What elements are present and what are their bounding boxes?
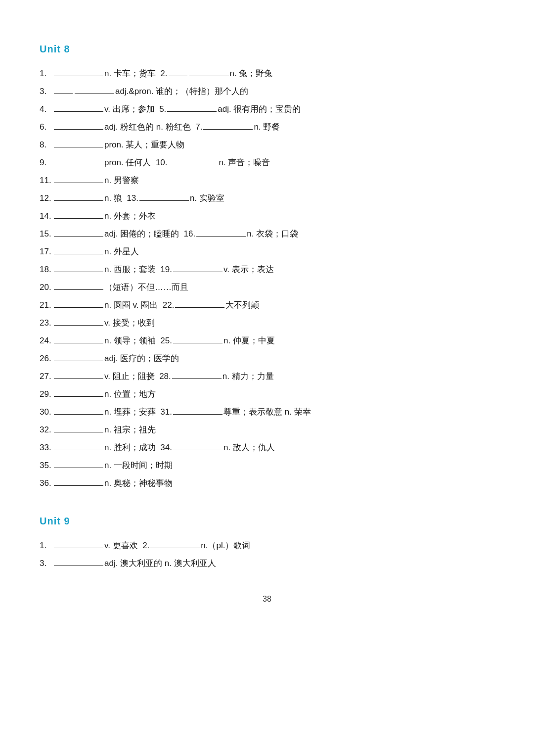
unit8-title: Unit 8 — [40, 40, 494, 58]
blank — [54, 173, 103, 183]
list-item: 29. n. 位置；地方 — [40, 386, 494, 403]
unit9-section: Unit 9 1. v. 更喜欢 2. n.（pl.）歌词 3. adj. 澳大… — [40, 512, 494, 572]
blank — [54, 458, 103, 468]
blank — [54, 191, 103, 201]
list-item: 8. pron. 某人；重要人物 — [40, 137, 494, 153]
list-item: 12. n. 狼 13. n. 实验室 — [40, 190, 494, 207]
list-item: 35. n. 一段时间；时期 — [40, 457, 494, 474]
blank — [54, 155, 103, 165]
list-item: 24. n. 领导；领袖 25. n. 仲夏；中夏 — [40, 332, 494, 349]
blank — [173, 262, 222, 272]
blank — [54, 244, 103, 254]
blank — [54, 102, 103, 112]
list-item: 1. v. 更喜欢 2. n.（pl.）歌词 — [40, 537, 494, 554]
list-item: 3. adj.&pron. 谁的；（特指）那个人的 — [40, 83, 494, 100]
page-number: 38 — [40, 592, 494, 607]
list-item: 21. n. 圆圈 v. 圈出 22. 大不列颠 — [40, 297, 494, 314]
blank — [173, 440, 222, 450]
blank — [54, 120, 103, 130]
blank — [75, 84, 114, 94]
blank — [54, 440, 103, 450]
list-item: 11. n. 男警察 — [40, 172, 494, 189]
blank — [54, 405, 103, 415]
list-item: 30. n. 埋葬；安葬 31. 尊重；表示敬意 n. 荣幸 — [40, 404, 494, 421]
blank — [54, 333, 103, 343]
list-item: 27. v. 阻止；阻挠 28. n. 精力；力量 — [40, 368, 494, 385]
list-item: 15. adj. 困倦的；瞌睡的 16. n. 衣袋；口袋 — [40, 226, 494, 242]
blank — [196, 227, 246, 236]
blank — [54, 262, 103, 272]
blank — [173, 333, 222, 343]
blank — [54, 280, 103, 290]
blank — [54, 84, 73, 94]
blank — [54, 556, 103, 566]
list-item: 33. n. 胜利；成功 34. n. 敌人；仇人 — [40, 439, 494, 456]
list-item: 23. v. 接受；收到 — [40, 315, 494, 331]
list-item: 32. n. 祖宗；祖先 — [40, 422, 494, 438]
blank — [139, 191, 189, 201]
blank — [167, 102, 217, 112]
blank — [54, 538, 103, 548]
blank — [203, 120, 253, 130]
list-item: 9. pron. 任何人 10. n. 声音；噪音 — [40, 154, 494, 171]
list-item: 26. adj. 医疗的；医学的 — [40, 350, 494, 367]
list-item: 17. n. 外星人 — [40, 243, 494, 260]
blank — [173, 405, 222, 415]
blank — [54, 316, 103, 326]
list-item: 1. n. 卡车；货车 2. n. 兔；野兔 — [40, 65, 494, 82]
blank — [150, 538, 200, 548]
list-item: 20. （短语）不但……而且 — [40, 279, 494, 296]
list-item: 18. n. 西服；套装 19. v. 表示；表达 — [40, 261, 494, 278]
blank — [54, 387, 103, 397]
list-item: 4. v. 出席；参加 5. adj. 很有用的；宝贵的 — [40, 101, 494, 118]
list-item: 14. n. 外套；外衣 — [40, 208, 494, 225]
list-item: 3. adj. 澳大利亚的 n. 澳大利亚人 — [40, 555, 494, 572]
blank — [169, 66, 187, 76]
blank — [54, 138, 103, 147]
blank — [54, 298, 103, 308]
blank — [54, 423, 103, 432]
blank — [54, 369, 103, 379]
blank — [54, 476, 103, 486]
unit9-title: Unit 9 — [40, 512, 494, 530]
blank — [172, 369, 222, 379]
list-item: 36. n. 奥秘；神秘事物 — [40, 475, 494, 492]
blank — [169, 155, 218, 165]
blank — [54, 227, 103, 236]
blank — [175, 298, 224, 308]
blank — [54, 351, 103, 361]
unit8-section: Unit 8 1. n. 卡车；货车 2. n. 兔；野兔 3. adj.&pr… — [40, 40, 494, 492]
blank — [54, 66, 103, 76]
blank — [189, 66, 229, 76]
blank — [54, 209, 103, 219]
list-item: 6. adj. 粉红色的 n. 粉红色 7. n. 野餐 — [40, 119, 494, 136]
